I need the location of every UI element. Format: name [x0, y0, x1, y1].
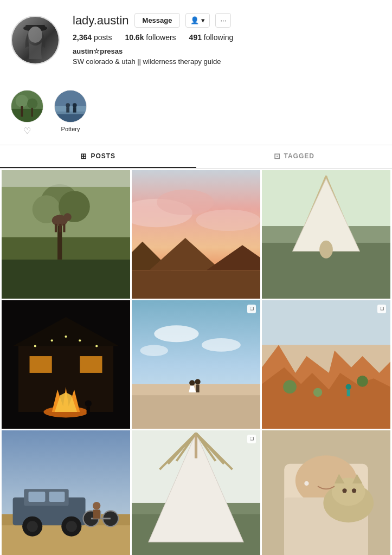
svg-rect-83 [347, 389, 350, 396]
highlights-section: ♡ Pottery [0, 85, 392, 145]
svg-rect-23 [2, 170, 130, 187]
bio-text: SW colorado & utah || wilderness therapy… [73, 56, 381, 67]
svg-point-32 [196, 209, 261, 231]
person-icon: 👤 [190, 16, 199, 24]
highlight-image-heart [11, 91, 43, 122]
post-item-1[interactable] [132, 170, 260, 299]
post-item-5[interactable]: ❑ [262, 300, 390, 429]
post-item-7[interactable]: ❑ [132, 430, 260, 556]
followers-label: followers [146, 33, 176, 42]
svg-point-67 [140, 345, 168, 356]
follow-dropdown-button[interactable]: 👤 ▾ [185, 13, 210, 28]
chevron-down-icon: ▾ [201, 16, 205, 24]
posts-stat[interactable]: 2,364 posts [73, 33, 112, 42]
post-item-6[interactable] [2, 430, 130, 556]
highlight-item-heart[interactable]: ♡ [11, 90, 43, 136]
post-item-8[interactable] [262, 430, 390, 556]
svg-point-48 [319, 240, 333, 258]
svg-point-56 [65, 335, 67, 337]
svg-point-55 [51, 339, 53, 341]
multi-photo-indicator-7: ❑ [247, 435, 256, 443]
post-item-3[interactable] [2, 300, 130, 429]
svg-rect-63 [87, 406, 90, 415]
svg-point-94 [66, 520, 78, 532]
profile-info: lady.austin Message 👤 ▾ ··· 2,364 posts … [73, 13, 381, 67]
highlight-circle-heart [11, 90, 43, 122]
svg-rect-27 [59, 223, 61, 231]
posts-label: posts [94, 33, 112, 42]
svg-rect-15 [73, 107, 76, 112]
post-item-0[interactable] [2, 170, 130, 299]
bio-name: austin☆presas [73, 47, 381, 55]
svg-rect-68 [132, 389, 260, 428]
following-stat[interactable]: 491 following [189, 33, 234, 42]
post-item-2[interactable] [262, 170, 390, 299]
svg-point-5 [16, 94, 28, 107]
svg-point-81 [313, 388, 322, 396]
svg-rect-4 [11, 108, 43, 121]
highlight-circle-pottery [54, 90, 87, 122]
svg-point-6 [27, 98, 37, 108]
highlight-item-pottery[interactable]: Pottery [54, 90, 87, 136]
svg-rect-76 [262, 300, 390, 345]
tab-tagged[interactable]: ⊡ TAGGED [196, 145, 393, 168]
tabs-section: ⊞ POSTS ⊡ TAGGED [0, 145, 392, 169]
svg-rect-7 [21, 106, 23, 117]
username-row: lady.austin Message 👤 ▾ ··· [73, 13, 381, 28]
highlight-image-pottery [55, 91, 86, 122]
svg-point-79 [283, 380, 297, 393]
tab-posts[interactable]: ⊞ POSTS [0, 145, 196, 168]
svg-point-2 [28, 27, 42, 43]
more-options-button[interactable]: ··· [215, 13, 231, 28]
svg-rect-53 [80, 356, 102, 373]
message-button[interactable]: Message [134, 13, 181, 28]
svg-point-70 [189, 380, 195, 385]
svg-rect-90 [49, 492, 65, 502]
svg-rect-74 [196, 384, 200, 392]
username: lady.austin [73, 14, 129, 28]
svg-rect-13 [66, 107, 69, 112]
avatar[interactable] [11, 16, 60, 64]
svg-rect-52 [30, 356, 52, 373]
svg-rect-89 [28, 492, 45, 502]
tag-icon: ⊡ [274, 152, 281, 160]
profile-top: lady.austin Message 👤 ▾ ··· 2,364 posts … [11, 13, 381, 67]
multi-photo-indicator-5: ❑ [377, 305, 386, 313]
svg-point-65 [154, 325, 198, 342]
post-item-4[interactable]: ❑ [132, 300, 260, 429]
svg-point-57 [79, 339, 81, 341]
svg-point-66 [202, 338, 241, 352]
svg-point-14 [73, 103, 77, 107]
tab-tagged-label: TAGGED [284, 152, 314, 160]
svg-point-62 [85, 400, 92, 406]
svg-rect-26 [55, 223, 57, 231]
svg-point-31 [157, 189, 214, 215]
svg-point-92 [27, 520, 38, 532]
tab-posts-label: POSTS [91, 152, 115, 160]
svg-rect-100 [93, 509, 100, 518]
svg-point-12 [66, 103, 70, 107]
svg-point-82 [346, 384, 351, 389]
following-count: 491 [189, 33, 202, 42]
followers-count: 10.6k [125, 33, 144, 42]
highlight-label-heart: ♡ [23, 126, 31, 136]
svg-point-123 [352, 488, 356, 493]
following-label: following [204, 33, 233, 42]
grid-icon: ⊞ [80, 152, 87, 160]
svg-rect-18 [2, 259, 130, 298]
posts-count: 2,364 [73, 33, 92, 42]
stats-row: 2,364 posts 10.6k followers 491 followin… [73, 33, 381, 42]
multi-photo-indicator-4: ❑ [247, 305, 256, 313]
svg-point-25 [63, 213, 71, 221]
svg-rect-33 [132, 270, 260, 299]
svg-point-58 [95, 345, 98, 347]
posts-grid: ❑ ❑ [0, 169, 392, 556]
svg-point-124 [304, 481, 309, 485]
svg-point-80 [357, 376, 368, 387]
svg-point-54 [34, 345, 36, 347]
svg-rect-28 [63, 223, 65, 231]
followers-stat[interactable]: 10.6k followers [125, 33, 176, 42]
profile-section: lady.austin Message 👤 ▾ ··· 2,364 posts … [0, 0, 392, 85]
highlight-label-pottery: Pottery [61, 126, 80, 132]
svg-rect-11 [55, 106, 86, 114]
